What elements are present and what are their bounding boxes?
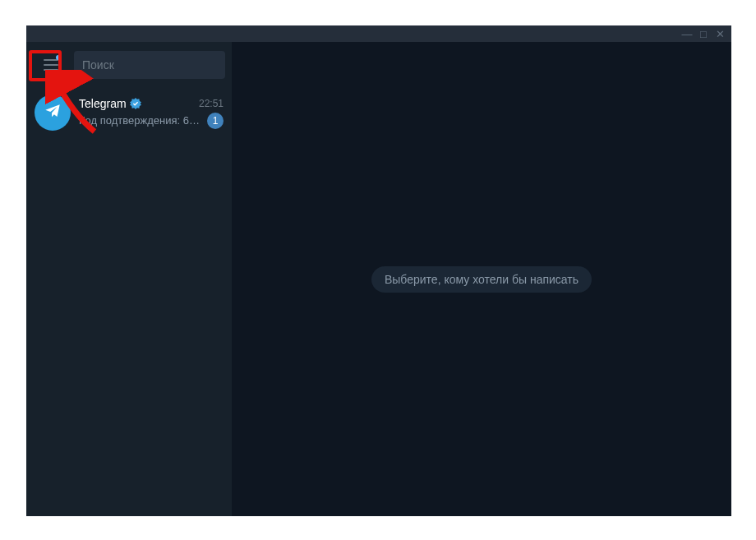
chat-time: 22:51: [199, 98, 224, 109]
empty-state-message: Выберите, кому хотели бы написать: [371, 266, 592, 293]
menu-button[interactable]: [35, 48, 67, 81]
chat-preview: Код подтверждения: 69...: [79, 114, 202, 127]
telegram-icon: [44, 102, 62, 123]
maximize-button[interactable]: □: [695, 25, 712, 42]
chat-item[interactable]: Telegram 22:51 Ко: [26, 87, 232, 138]
close-button[interactable]: ✕: [712, 25, 728, 42]
chat-info: Telegram 22:51 Ко: [79, 97, 224, 129]
content-area: Поиск Telegram: [26, 42, 731, 516]
unread-badge: 1: [207, 113, 224, 129]
titlebar: — □ ✕: [26, 25, 731, 42]
hamburger-icon: [44, 59, 58, 71]
main-chat-area: Выберите, кому хотели бы написать: [232, 42, 731, 516]
notification-dot-icon: [56, 55, 61, 60]
chat-avatar: [35, 95, 71, 131]
search-placeholder: Поиск: [82, 58, 114, 72]
minimize-button[interactable]: —: [679, 25, 695, 42]
sidebar-header: Поиск: [26, 42, 232, 87]
search-input[interactable]: Поиск: [74, 51, 225, 79]
chat-list: Telegram 22:51 Ко: [26, 87, 232, 516]
app-window: — □ ✕ Поиск: [26, 25, 731, 516]
chat-name: Telegram: [79, 97, 141, 110]
verified-icon: [130, 98, 141, 109]
sidebar: Поиск Telegram: [26, 42, 232, 516]
